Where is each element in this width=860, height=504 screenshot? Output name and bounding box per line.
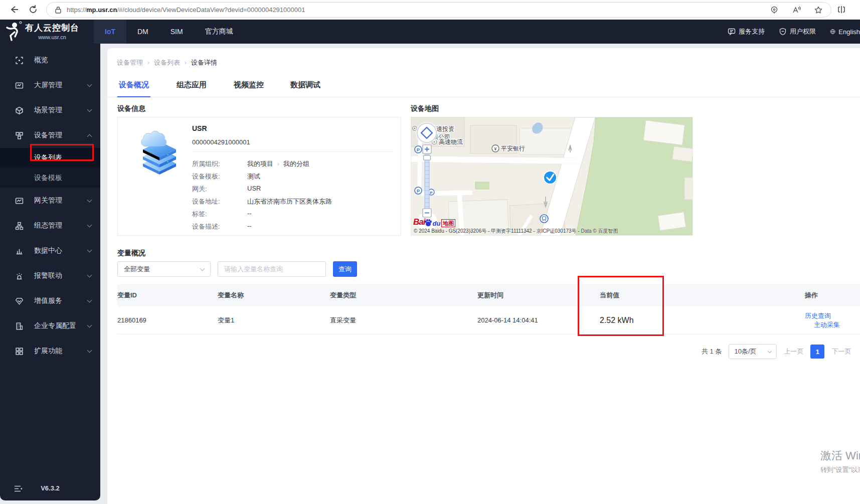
field-template: 设备模板: 测试	[192, 172, 398, 181]
page-size-value: 10条/页	[734, 347, 756, 356]
field-label: 标签:	[192, 210, 207, 218]
sidebar-item-data-center[interactable]: 数据中心	[0, 238, 100, 263]
detail-tabs: 设备概况 组态应用 视频监控 数据调试	[107, 74, 860, 97]
device-mgmt-submenu: 设备列表 设备模板	[0, 148, 100, 188]
windows-activation-watermark: 激活 Windows	[820, 448, 860, 463]
sidebar-item-extensions[interactable]: 扩展功能	[0, 339, 100, 364]
cell-variable-name: 变量1	[218, 316, 330, 325]
variable-type-select[interactable]: 全部变量	[117, 261, 211, 277]
sidebar-item-alarm-linkage[interactable]: 报警联动	[0, 263, 100, 288]
sidebar: 概览 大屏管理 场景管理 设备管理 设备列表 设备模板 网关管理 组态	[0, 44, 100, 500]
tab-video-monitor[interactable]: 视频监控	[234, 80, 264, 90]
cell-variable-id: 21860169	[117, 316, 218, 324]
field-value: --	[247, 210, 252, 217]
chevron-down-icon	[87, 298, 92, 303]
app-header: 有人云控制台 www.usr.cn IoT DM SIM 官方商城 服务支持 用…	[0, 20, 860, 44]
col-actions: 操作	[805, 291, 860, 300]
sidebar-item-overview[interactable]: 概览	[0, 48, 100, 73]
query-button[interactable]: 查询	[333, 261, 357, 277]
map-label-bank: 平安银行	[501, 145, 525, 152]
sidebar-label: 场景管理	[34, 106, 88, 115]
variables-title: 变量概况	[117, 249, 145, 258]
device-image	[138, 124, 181, 175]
sidebar-label: 大屏管理	[34, 81, 88, 90]
chevron-up-icon	[87, 134, 92, 139]
language-switch[interactable]: English	[830, 28, 860, 36]
big-screen-icon	[15, 81, 24, 90]
svg-text:P: P	[430, 191, 433, 195]
sidebar-item-screen-mgmt[interactable]: 大屏管理	[0, 73, 100, 98]
variable-search-input[interactable]	[218, 261, 326, 277]
sidebar-item-gateway-mgmt[interactable]: 网关管理	[0, 188, 100, 213]
total-count: 共 1 条	[702, 347, 722, 356]
map-copyright: © 2024 Baidu - GS(2023)3206号 - 甲测资字11111…	[414, 228, 618, 235]
field-label: 所属组织:	[192, 160, 220, 167]
history-query-link[interactable]: 历史查询	[805, 312, 831, 319]
nav-sim[interactable]: SIM	[159, 20, 194, 44]
sidebar-label: 网关管理	[34, 196, 88, 205]
nav-iot[interactable]: IoT	[94, 20, 126, 44]
breadcrumb: 设备管理 › 设备列表 › 设备详情	[117, 58, 217, 67]
breadcrumb-device-mgmt[interactable]: 设备管理	[117, 58, 143, 67]
field-value: --	[247, 222, 252, 230]
col-update-time: 更新时间	[477, 291, 600, 300]
device-map[interactable]: ¥ P P P 山东高速投资 有限公司 高速物流 平安银行	[411, 117, 693, 236]
sidebar-item-device-template[interactable]: 设备模板	[0, 168, 100, 188]
field-value: 我的项目›我的分组	[247, 159, 309, 169]
gateway-icon	[15, 197, 24, 205]
sidebar-label: 企业专属配置	[34, 321, 88, 330]
logo[interactable]: 有人云控制台 www.usr.cn	[5, 21, 79, 41]
field-org: 所属组织: 我的项目›我的分组	[192, 159, 398, 169]
address-bar[interactable]: https://mp.usr.cn/#/cloud/device/ViewDev…	[46, 2, 831, 18]
split-screen-icon[interactable]	[836, 5, 846, 15]
chevron-down-icon	[87, 107, 92, 112]
sidebar-item-config-mgmt[interactable]: 组态管理	[0, 213, 100, 238]
breadcrumb-device-list[interactable]: 设备列表	[154, 58, 180, 67]
chevron-down-icon	[87, 198, 92, 203]
sidebar-item-enterprise-config[interactable]: 企业专属配置	[0, 313, 100, 339]
prev-page-button[interactable]: 上一页	[784, 347, 803, 356]
language-label: English	[838, 28, 860, 36]
sidebar-item-value-added[interactable]: 增值服务	[0, 288, 100, 313]
tab-device-overview[interactable]: 设备概况	[119, 80, 149, 90]
sidebar-item-device-mgmt[interactable]: 设备管理	[0, 123, 100, 148]
org-project[interactable]: 我的项目	[247, 160, 273, 167]
device-info-card: USR 0000004291000001 所属组织: 我的项目›我的分组 设备模…	[117, 117, 401, 236]
zoom-slider-knob	[424, 155, 431, 160]
sidebar-label: 增值服务	[34, 296, 88, 305]
breadcrumb-separator: ›	[185, 59, 187, 66]
page-size-select[interactable]: 10条/页	[729, 344, 777, 359]
map-pan-control[interactable]	[416, 122, 438, 144]
breadcrumb-device-detail: 设备详情	[191, 58, 217, 67]
url-text: https://mp.usr.cn/#/cloud/device/ViewDev…	[67, 6, 757, 14]
shield-icon	[779, 28, 787, 36]
variable-type-value: 全部变量	[124, 265, 150, 274]
sidebar-item-device-list[interactable]: 设备列表	[0, 148, 100, 168]
sidebar-label: 组态管理	[34, 221, 88, 230]
sidebar-footer: V6.3.2	[0, 482, 100, 496]
nav-dm[interactable]: DM	[126, 20, 159, 44]
nav-mall[interactable]: 官方商城	[194, 20, 244, 44]
read-aloud-icon[interactable]	[792, 6, 801, 15]
chevron-down-icon	[768, 349, 772, 353]
org-group[interactable]: 我的分组	[283, 160, 309, 167]
sidebar-item-scene-mgmt[interactable]: 场景管理	[0, 98, 100, 123]
page-number-1[interactable]: 1	[810, 345, 824, 359]
user-permission-link[interactable]: 用户权限	[779, 27, 816, 36]
main-content: 设备管理 › 设备列表 › 设备详情 设备概况 组态应用 视频监控 数据调试 设…	[107, 48, 860, 504]
next-page-button[interactable]: 下一页	[831, 347, 851, 356]
tab-data-debug[interactable]: 数据调试	[290, 80, 320, 90]
refresh-icon[interactable]	[28, 5, 38, 15]
service-support-link[interactable]: 服务支持	[728, 27, 765, 36]
active-collect-link[interactable]: 主动采集	[814, 321, 840, 328]
table-header: 变量ID 变量名称 变量类型 更新时间 当前值 操作	[117, 284, 860, 306]
back-icon[interactable]	[9, 5, 19, 15]
location-icon[interactable]	[770, 6, 779, 15]
chevron-down-icon	[87, 223, 92, 228]
tab-configuration-app[interactable]: 组态应用	[177, 80, 207, 90]
col-variable-name: 变量名称	[218, 291, 330, 300]
logo-subtitle: www.usr.cn	[25, 34, 79, 40]
cell-current-value: 2.52 kWh	[600, 316, 805, 325]
favorite-star-icon[interactable]	[814, 6, 823, 15]
collapse-sidebar-icon[interactable]	[14, 485, 23, 492]
